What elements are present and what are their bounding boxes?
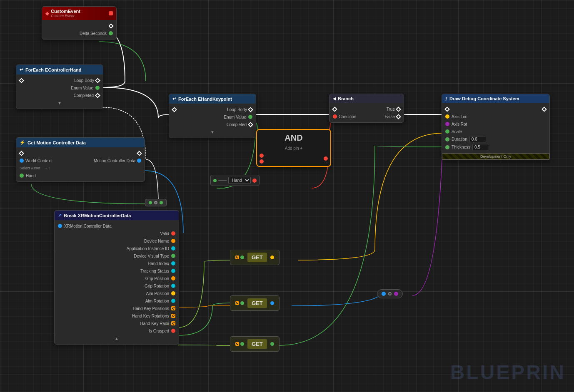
pin-connector-top-mid [154, 201, 157, 204]
pin-condition-label: Condition [339, 114, 356, 119]
pin-connector-top-left [149, 201, 152, 204]
pin-and-in1 [260, 154, 264, 158]
pin-duration-input[interactable] [469, 136, 486, 142]
node-get-3-left-pins [235, 342, 244, 346]
pin-xrmotion [58, 224, 62, 228]
pin-completed-label: Completed [74, 93, 94, 98]
pin-get2-in2 [240, 301, 244, 305]
pin-hand-index [171, 261, 175, 265]
foreach-ehand-header: ↩ ForEach EHandKeypoint [169, 94, 256, 104]
pin-get1-out [270, 256, 274, 259]
drawdebug-header: ƒ Draw Debug Coordinate System [442, 94, 549, 103]
node-branch: ◀ Branch True Condition False [329, 94, 404, 123]
pin-drawdebug-exec-out [542, 107, 547, 112]
pin-get1-in2 [240, 256, 244, 259]
pin-and-in2 [260, 159, 264, 164]
pin-row-enum: Enum Value [16, 84, 103, 92]
pin-row-valid: Valid [55, 230, 179, 237]
custom-event-subtitle: Custom Event [51, 14, 80, 18]
pin-false-out [396, 114, 401, 119]
breakxr-expand: ▲ [115, 336, 119, 341]
pin-delta-seconds [109, 31, 113, 35]
pin-hand-selector-in [213, 179, 217, 182]
pin-row-ehand-enum: Enum Value [169, 113, 256, 121]
getmotion-header: ⚡ Get Motion Controller Data [16, 138, 145, 147]
pin-row-ehand-exec: Loop Body [169, 106, 256, 113]
pin-row-hand-key-rot: Hand Key Rotations [55, 312, 179, 320]
and-add-pin[interactable]: Add pin + [257, 146, 330, 153]
pin-row-aim-rot: Aim Rotation [55, 297, 179, 305]
pin-row-axis-loc: Axis Loc [442, 113, 549, 120]
pin-is-grasped-label: Is Grasped [149, 329, 169, 333]
foreach-controller-title: ForEach EControllerHand [25, 67, 81, 72]
node-get-3: GET [230, 336, 280, 352]
pin-ehand-exec-in [172, 107, 177, 112]
drawdebug-body: Axis Loc Axis Rot Scale Duration Thickne… [442, 103, 549, 153]
pin-hand-selector-out [252, 179, 257, 183]
pin-world-context [20, 159, 24, 163]
pin-row-exec-out [42, 22, 116, 30]
pin-aim-rot-label: Aim Rotation [145, 299, 169, 303]
pin-scale-label: Scale [452, 129, 462, 134]
pin-get1-in1 [235, 256, 239, 259]
pin-true-out [396, 107, 401, 112]
pin-ehand-completed [248, 122, 253, 127]
pin-get3-out [270, 342, 274, 346]
pin-tracking [171, 269, 175, 273]
pin-row-duration: Duration [442, 135, 549, 143]
pin-thickness-input[interactable] [472, 144, 489, 150]
pin-loop-body-label: Loop Body [74, 78, 94, 83]
pin-row-getmotion-exec [16, 149, 145, 157]
hand-selector-divider [218, 180, 227, 181]
pin-get2-in1 [235, 301, 239, 305]
pin-enum-label: Enum Value [71, 86, 93, 90]
canvas: ◆ CustomEvent Custom Event Delta Seconds… [0, 0, 574, 392]
pin-app-instance-label: Application Instance ID [127, 246, 169, 251]
pin-aim-pos-label: Aim Position [146, 291, 169, 296]
pin-enum-value [95, 86, 100, 90]
hand-selector-dropdown[interactable]: Hand [228, 177, 251, 184]
pin-and-out [324, 156, 328, 161]
pin-ehand-enum-label: Enum Value [224, 115, 246, 119]
branch-body: True Condition False [329, 103, 404, 122]
pin-row-thickness: Thickness [442, 143, 549, 151]
pin-row-completed: Completed [16, 92, 103, 99]
pin-aim-rot [171, 299, 175, 303]
pin-duration-label: Duration [452, 137, 467, 141]
pin-get2-out [270, 301, 274, 305]
pin-row-ehand-completed: Completed [169, 121, 256, 128]
pin-condition [333, 114, 337, 119]
pin-hand-key-pos [171, 306, 175, 310]
pin-completed [95, 93, 100, 98]
pin-false-label: False [385, 114, 395, 119]
pin-ehand-completed-label: Completed [227, 122, 247, 127]
pin-grip-pos-label: Grip Position [145, 276, 169, 281]
node-hand-selector: Hand [210, 175, 260, 186]
pin-hand-key-radii-label: Hand Key Radii [140, 321, 169, 326]
custom-event-header: ◆ CustomEvent Custom Event [42, 7, 116, 20]
pin-aim-pos [171, 291, 175, 295]
pin-thickness-label: Thickness [452, 145, 470, 149]
node-getmotion: ⚡ Get Motion Controller Data World Conte… [16, 137, 145, 182]
pin-row-exec: Loop Body [16, 77, 103, 84]
dot-left [382, 292, 386, 296]
pin-ehand-loop-label: Loop Body [227, 107, 247, 112]
node-drawdebug: ƒ Draw Debug Coordinate System Axis Loc … [442, 94, 550, 160]
getmotion-body: World Context Motion Controller Data Sel… [16, 147, 145, 181]
pin-valid-label: Valid [160, 231, 170, 236]
branch-header: ◀ Branch [329, 94, 404, 103]
node-custom-event: ◆ CustomEvent Custom Event Delta Seconds [42, 6, 117, 40]
breakxr-footer: ▲ [55, 335, 179, 342]
pin-hand [20, 174, 24, 178]
pin-hand-index-label: Hand Index [148, 261, 169, 266]
pin-row-grip-pos: Grip Position [55, 275, 179, 282]
pin-axis-rot [445, 122, 449, 126]
foreach-ehand-body: Loop Body Enum Value Completed ▼ [169, 104, 256, 138]
pin-loop-body [95, 78, 100, 83]
pin-ehand-enum [248, 115, 252, 119]
pin-row-grip-rot: Grip Rotation [55, 282, 179, 290]
pin-delta-label: Delta Seconds [80, 31, 107, 36]
pin-motion-data-label: Motion Controller Data [94, 159, 135, 163]
pin-row-hand-index: Hand Index [55, 260, 179, 267]
pin-app-instance [171, 246, 175, 251]
